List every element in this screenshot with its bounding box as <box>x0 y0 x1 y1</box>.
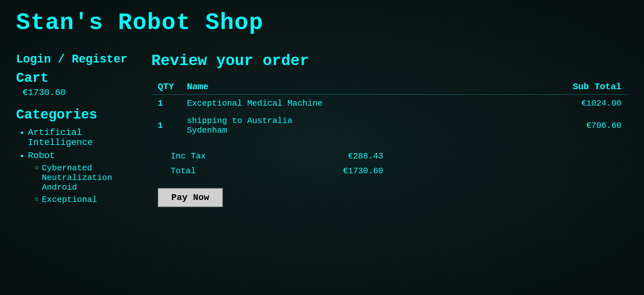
main-layout: Login / Register Cart €1730.60 Categorie… <box>16 52 628 211</box>
cart-total: €1730.60 <box>23 88 132 98</box>
order-table: QTY Name Sub Total 1 Exceptional Medical… <box>151 79 628 139</box>
table-header-row: QTY Name Sub Total <box>151 79 628 95</box>
cart-label[interactable]: Cart <box>16 71 132 86</box>
col-header-qty: QTY <box>151 79 180 95</box>
total-value: €1730.60 <box>343 166 383 176</box>
item-1-subtotal: €1024.00 <box>341 95 628 112</box>
pay-now-button[interactable]: Pay Now <box>158 188 223 207</box>
item-2-qty: 1 <box>151 112 180 139</box>
inc-tax-label: Inc Tax <box>158 151 206 161</box>
inc-tax-row: Inc Tax €288.43 <box>158 149 383 164</box>
item-2-subtotal: €706.60 <box>341 112 628 139</box>
item-2-name: shipping to Australia Sydenham <box>180 112 341 139</box>
col-header-subtotal: Sub Total <box>341 79 628 95</box>
site-title: Stan's Robot Shop <box>16 10 628 36</box>
col-header-name: Name <box>180 79 341 95</box>
category-item-robot[interactable]: Robot Cybernated Neutralization Android … <box>19 151 132 207</box>
item-1-qty: 1 <box>151 95 180 112</box>
table-row: 1 shipping to Australia Sydenham €706.60 <box>151 112 628 139</box>
table-row: 1 Exceptional Medical Machine €1024.00 <box>151 95 628 112</box>
total-label: Total <box>158 166 196 176</box>
inc-tax-value: €288.43 <box>348 151 383 161</box>
subcategory-list-robot: Cybernated Neutralization Android Except… <box>28 163 132 205</box>
categories-heading: Categories <box>16 107 132 123</box>
total-row: Total €1730.60 <box>158 164 383 178</box>
summary-section: Inc Tax €288.43 Total €1730.60 <box>151 149 628 178</box>
content-area: Review your order QTY Name Sub Total 1 E… <box>151 52 628 207</box>
category-list: Artificial Intelligence Robot Cybernated… <box>16 128 132 207</box>
category-item-ai[interactable]: Artificial Intelligence <box>19 128 132 148</box>
subcategory-item-cna[interactable]: Cybernated Neutralization Android <box>34 163 132 192</box>
item-1-name: Exceptional Medical Machine <box>180 95 341 112</box>
subcategory-item-exceptional[interactable]: Exceptional <box>34 195 132 205</box>
order-section-title: Review your order <box>151 52 628 70</box>
login-register-link[interactable]: Login / Register <box>16 52 132 67</box>
sidebar: Login / Register Cart €1730.60 Categorie… <box>16 52 132 211</box>
